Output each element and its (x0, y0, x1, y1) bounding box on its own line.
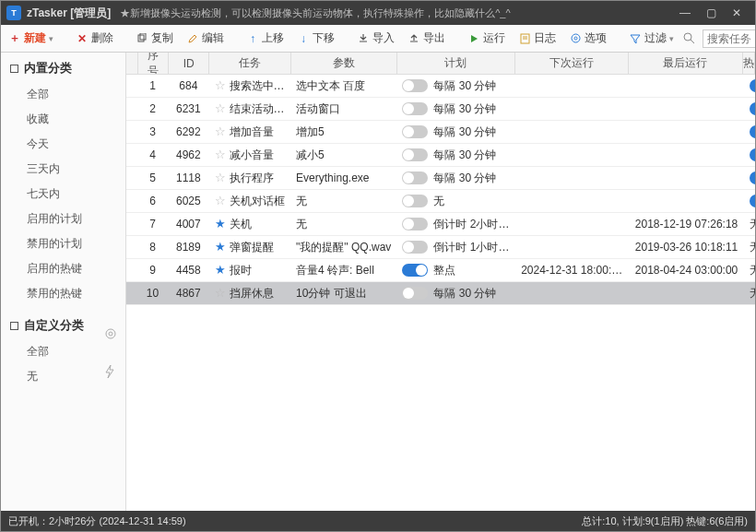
star-icon[interactable]: ★ (215, 217, 226, 231)
hot-toggle[interactable] (750, 79, 755, 92)
movedown-button[interactable]: ↓ 下移 (293, 28, 338, 49)
col-param[interactable]: 参数 (291, 53, 397, 74)
app-icon: T (6, 6, 21, 20)
star-icon[interactable]: ★ (215, 263, 226, 277)
star-icon[interactable]: ☆ (215, 148, 226, 161)
col-seq[interactable]: 序号 (138, 53, 169, 74)
star-icon[interactable]: ☆ (215, 171, 226, 184)
hot-toggle[interactable] (750, 102, 755, 115)
plan-toggle[interactable] (402, 171, 428, 184)
sidebar-item[interactable]: 七天内 (1, 182, 125, 207)
run-button[interactable]: 运行 (464, 28, 509, 49)
star-icon[interactable]: ☆ (215, 124, 226, 138)
cell-hot: 无 (744, 217, 755, 232)
cell-last: 2018-12-19 07:26:18 (629, 218, 744, 231)
option-button[interactable]: 选项 (565, 28, 610, 49)
maximize-button[interactable]: ▢ (698, 4, 724, 22)
star-icon[interactable]: ★ (215, 240, 226, 254)
table-row[interactable]: 44962☆减小音量减小5每隔 30 分钟Ctrl+ (126, 144, 755, 167)
sidebar-item[interactable]: 禁用的热键 (1, 281, 125, 306)
sidebar-item[interactable]: 禁用的计划 (1, 231, 125, 256)
sidebar-item[interactable]: 全部 (1, 339, 125, 364)
import-button[interactable]: 导入 (353, 28, 398, 49)
sidebar-item[interactable]: 三天内 (1, 157, 125, 182)
sidebar-item[interactable]: 今天 (1, 132, 125, 157)
table-row[interactable]: 94458★报时音量4 铃声: Bell整点2024-12-31 18:00:0… (126, 259, 755, 282)
table-row[interactable]: 104867☆挡屏休息10分钟 可退出每隔 30 分钟无 (126, 282, 755, 305)
copy-button[interactable]: 复制 (132, 28, 177, 49)
plan-toggle[interactable] (402, 287, 428, 300)
cell-param: 活动窗口 (290, 101, 396, 117)
plan-toggle[interactable] (402, 218, 428, 231)
cell-task: ★弹窗提醒 (209, 240, 291, 255)
col-id[interactable]: ID (169, 53, 209, 74)
star-icon[interactable]: ☆ (215, 78, 226, 92)
col-next[interactable]: 下次运行 (515, 53, 629, 74)
hot-toggle[interactable] (750, 148, 755, 161)
star-icon[interactable]: ☆ (215, 101, 226, 115)
lightning-icon[interactable] (104, 364, 115, 379)
x-icon: ✕ (76, 32, 89, 45)
cell-hot: Ctrl+ (744, 125, 755, 139)
plan-toggle[interactable] (402, 79, 428, 92)
plan-toggle[interactable] (402, 241, 428, 254)
hot-toggle[interactable] (750, 195, 755, 207)
col-task[interactable]: 任务 (209, 53, 290, 74)
edit-button[interactable]: 编辑 (183, 28, 228, 49)
filter-button[interactable]: 过滤 ▾ (625, 28, 678, 49)
filter-label: 过滤 (644, 30, 667, 46)
search-input[interactable] (703, 30, 756, 48)
delete-button[interactable]: ✕ 删除 (72, 28, 117, 49)
cell-task: ★关机 (209, 217, 291, 232)
table-row[interactable]: 1684☆搜索选中文本选中文本 百度每隔 30 分钟Win+ (126, 75, 755, 98)
plan-toggle[interactable] (402, 195, 428, 207)
cell-plan: 倒计时 2小时0... (396, 217, 515, 232)
cell-seq: 1 (137, 79, 168, 92)
pencil-icon (186, 32, 199, 45)
cell-task: ☆关机对话框 (209, 194, 291, 209)
hot-toggle[interactable] (750, 125, 755, 138)
table-row[interactable]: 36292☆增加音量增加5每隔 30 分钟Ctrl+ (126, 121, 755, 144)
col-last[interactable]: 最后运行 (629, 53, 743, 74)
cell-task: ★报时 (209, 263, 291, 278)
plan-toggle[interactable] (402, 264, 428, 277)
new-button[interactable]: ＋ 新建 ▾ (5, 28, 57, 49)
col-plan[interactable]: 计划 (397, 53, 515, 74)
export-button[interactable]: 导出 (404, 28, 449, 49)
plan-toggle[interactable] (402, 148, 428, 161)
title-bar: T zTasker [管理员] ★新增摄像头运动检测，可以检测摄像头前运动物体，… (1, 1, 755, 25)
close-button[interactable]: ✕ (724, 4, 750, 22)
table-row[interactable]: 88189★弹窗提醒"我的提醒" QQ.wav倒计时 1小时0...2019-0… (126, 236, 755, 259)
table-row[interactable]: 26231☆结束活动窗口及...活动窗口每隔 30 分钟Win+ (126, 98, 755, 121)
minimize-button[interactable]: — (672, 4, 698, 22)
cell-seq: 6 (137, 195, 168, 207)
sidebar-item[interactable]: 启用的计划 (1, 207, 125, 231)
log-button[interactable]: 日志 (514, 28, 560, 49)
option-label: 选项 (585, 30, 607, 46)
plan-toggle[interactable] (402, 125, 428, 138)
cell-last: 2019-03-26 10:18:11 (629, 241, 744, 254)
cell-param: 增加5 (290, 124, 396, 140)
hot-toggle[interactable] (750, 171, 755, 184)
moveup-button[interactable]: ↑ 上移 (242, 28, 288, 49)
sidebar-item[interactable]: 启用的热键 (1, 256, 125, 281)
table-row[interactable]: 66025☆关机对话框无无Win+ (126, 190, 755, 213)
cell-plan: 无 (396, 194, 515, 209)
col-hot[interactable]: 热 (743, 53, 755, 74)
star-icon[interactable]: ☆ (215, 286, 226, 300)
table-row[interactable]: 51118☆执行程序Everything.exe每隔 30 分钟Win+ (126, 167, 755, 190)
builtin-header-label: 内置分类 (24, 60, 72, 77)
svg-point-6 (572, 34, 580, 42)
export-icon (408, 32, 420, 45)
table-row[interactable]: 74007★关机无倒计时 2小时0...2018-12-19 07:26:18无 (126, 213, 755, 236)
sidebar-item[interactable]: 全部 (1, 82, 125, 107)
sidebar-builtin-header[interactable]: 内置分类 (1, 53, 125, 82)
star-icon[interactable]: ☆ (215, 194, 226, 207)
plan-toggle[interactable] (402, 102, 428, 115)
cell-seq: 3 (137, 125, 168, 138)
cell-param: 无 (290, 217, 396, 232)
sidebar-gear-icon[interactable] (104, 327, 117, 340)
sidebar-item[interactable]: 收藏 (1, 107, 125, 132)
cell-seq: 5 (137, 171, 168, 184)
cell-id: 6292 (168, 125, 209, 138)
